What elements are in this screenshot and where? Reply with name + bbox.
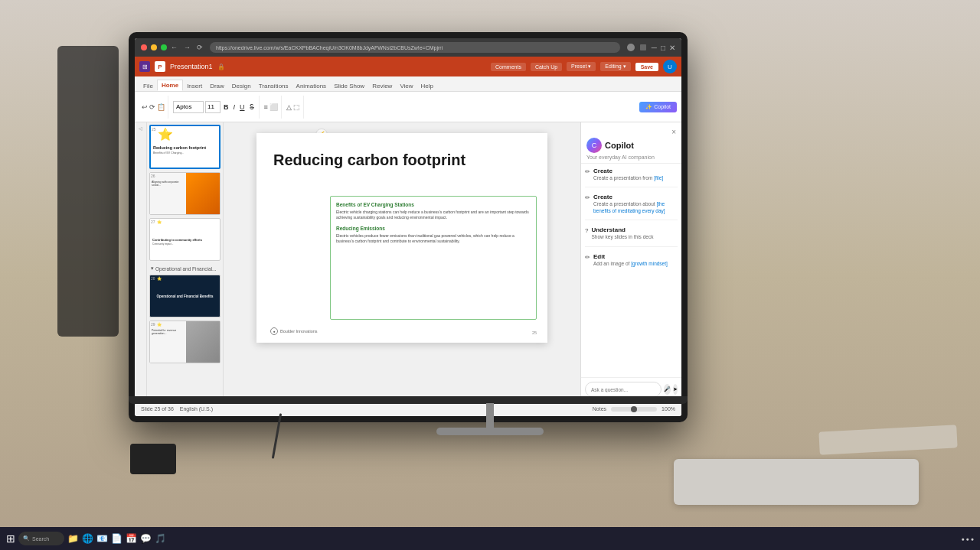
tab-draw[interactable]: Draw [206,81,228,91]
undo-group: ↩ ⟳ 📋 [139,96,168,119]
shapes-btn[interactable]: △ [286,103,292,111]
section2-title: Reducing Emissions [336,226,531,231]
tab-slideshow[interactable]: Slide Show [330,81,368,91]
profile-icon[interactable] [627,44,635,51]
copilot-action-4[interactable]: ✏ Edit Add an image of [growth mindset] [585,253,678,267]
action2-desc: Create a presentation about [the benefit… [593,201,678,214]
taskbar-office-icon[interactable]: 📄 [111,533,122,544]
tab-review[interactable]: Review [368,81,396,91]
bullets-btn[interactable]: ≡ [264,103,268,111]
slide-content-box: Benefits of EV Charging Stations Electri… [330,196,537,320]
tab-file[interactable]: File [139,81,157,91]
copilot-send-btn[interactable]: ➤ [673,384,678,395]
slide-thumb-25[interactable]: 25 ⭐ Reducing carbon footprint Benefits … [149,125,220,169]
footer-logo-text: Boulder Innovations [280,329,318,334]
window-minimize-icon[interactable]: ─ [652,44,657,52]
extensions-icon[interactable] [640,44,646,50]
editing-btn[interactable]: Editing ▾ [600,62,630,71]
file-status: 🔒 [217,63,225,70]
align-btn[interactable]: ⬜ [270,103,278,111]
slide-thumb-28[interactable]: 28 ⭐ Operational and Financial Benefits [149,275,220,317]
search-bar[interactable]: 🔍Search [18,532,64,545]
comments-btn[interactable]: Comments [491,63,526,71]
slide-25-body: Benefits of EV Charging... [153,151,217,155]
taskbar-file-icon[interactable]: 📁 [67,533,79,544]
underline-btn[interactable]: U [238,103,247,111]
max-btn[interactable] [161,44,167,50]
slide-27-title: Contributing to community efforts [152,238,217,242]
refresh-button[interactable]: ⟳ [197,43,206,52]
copilot-subtitle: Your everyday AI companion [586,155,676,160]
catchup-btn[interactable]: Catch Up [531,63,562,71]
tab-animations[interactable]: Animations [292,81,331,91]
notes-btn[interactable]: Notes [593,406,606,412]
slide-title: Reducing carbon footprint [273,151,466,169]
footer-logo-icon: ● [270,327,278,335]
taskbar-spotify-icon[interactable]: 🎵 [155,533,166,544]
edit-icon: ✏ [585,254,590,267]
copilot-action-3[interactable]: ? Understand Show key slides in this dec… [585,226,678,246]
slide-page-num: 25 [532,330,537,335]
strikethrough-btn[interactable]: S̶ [248,103,256,111]
arrange-btn[interactable]: ⬚ [293,103,300,111]
redo-btn[interactable]: ⟳ [149,103,155,111]
star-icon-28: ⭐ [157,276,162,281]
copilot-action-2[interactable]: ✏ Create Create a presentation about [th… [585,194,678,220]
copilot-input[interactable] [585,382,662,397]
copilot-close-btn[interactable]: × [671,128,676,136]
copilot-mic-btn[interactable]: 🎤 [664,384,671,395]
font-name-selector[interactable]: Aptos [173,101,204,113]
font-size-selector[interactable]: 11 [205,101,220,113]
tab-view[interactable]: View [396,81,416,91]
slide-num-25: 25 [152,127,156,132]
sidebar-collapse-btn[interactable]: ◁ [139,125,142,131]
undo-btn[interactable]: ↩ [142,103,148,111]
tab-transitions[interactable]: Transitions [255,81,292,91]
presets-btn[interactable]: Preset ▾ [567,62,596,71]
taskbar-calendar-icon[interactable]: 📅 [126,533,137,544]
taskbar-browser-icon[interactable]: 🌐 [82,533,93,544]
zoom-level: 100% [662,406,675,412]
action4-desc: Add an image of [growth mindset] [593,261,668,267]
zoom-slider[interactable] [611,407,657,412]
address-bar[interactable]: https://onedrive.live.com/w/s/EaCKXPbBAC… [210,42,620,53]
taskbar-teams-icon[interactable]: 💬 [140,533,152,544]
slide-canvas: Reducing carbon footprint Benefits of EV… [256,133,547,343]
slide-27-body: Community impact... [152,243,217,246]
slide-info: Slide 25 of 36 [141,406,174,412]
user-avatar[interactable]: U [663,60,677,73]
action1-title: Create [593,168,663,174]
copilot-panel: × C Copilot Your everyday AI companion [580,122,681,401]
apps-icon[interactable]: ⊞ [139,61,150,72]
taskbar-mail-icon[interactable]: 📧 [96,533,108,544]
window-maximize-icon[interactable]: □ [661,44,665,52]
action1-desc: Create a presentation from [file] [593,175,663,181]
laptop-hint [818,425,957,454]
slide-num-27: 27 [151,220,155,224]
star-icon-25: ⭐ [158,127,173,142]
slide-thumb-26[interactable]: 26 Aligning with corporate social... [149,172,220,215]
slide-thumb-27[interactable]: 27 ⭐ Contributing to community efforts C… [149,218,220,261]
save-btn[interactable]: Save [635,63,658,71]
slide-thumb-29[interactable]: 29 ⭐ Potential for revenue generation... [149,321,220,363]
close-btn[interactable] [141,44,147,50]
start-button[interactable]: ⊞ [6,532,15,545]
tab-insert[interactable]: Insert [183,81,206,91]
copilot-name: Copilot [605,141,634,150]
italic-btn[interactable]: I [232,103,237,111]
window-close-icon[interactable]: ✕ [669,44,675,52]
clipboard-btn[interactable]: 📋 [157,103,165,111]
tab-design[interactable]: Design [228,81,255,91]
copilot-action-1[interactable]: ✏ Create Create a presentation from [fil… [585,168,678,187]
copilot-ribbon-btn[interactable]: ✨ Copilot [639,102,677,112]
back-button[interactable]: ← [171,43,180,52]
min-btn[interactable] [151,44,157,50]
star-icon-29: ⭐ [157,322,162,327]
action3-desc: Show key slides in this deck [591,234,653,240]
create-icon-2: ✏ [585,194,590,214]
tab-help[interactable]: Help [417,81,437,91]
bold-btn[interactable]: B [222,103,230,111]
tab-home[interactable]: Home [157,80,183,91]
forward-button[interactable]: → [184,43,193,52]
slide-num-29: 29 [151,322,155,327]
